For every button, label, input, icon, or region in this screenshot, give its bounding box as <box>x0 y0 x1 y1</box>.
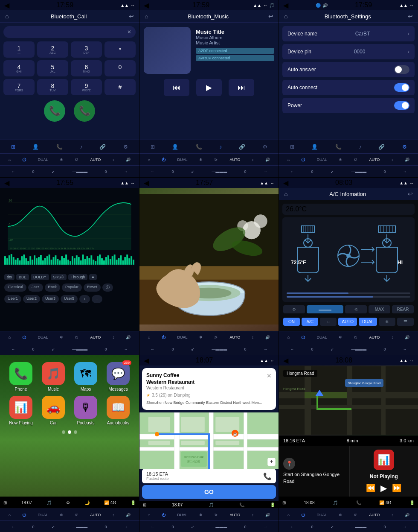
cl-mode-p4[interactable]: ↕ <box>113 335 115 339</box>
cl3-left[interactable]: ← <box>290 170 294 174</box>
preset-popular[interactable]: Popular <box>62 284 82 292</box>
cl2-right[interactable]: → <box>264 170 267 174</box>
back-icon-p3[interactable]: ↩ <box>408 13 413 20</box>
cl6-left[interactable]: ← <box>290 347 294 351</box>
cl-vol-p5[interactable]: 🔊 <box>265 335 270 339</box>
nav-contacts-p3[interactable]: 👤 <box>311 144 318 150</box>
app-music[interactable]: 🎵 Music <box>39 362 67 392</box>
ac-max-btn[interactable]: MAX <box>369 305 390 313</box>
ac-defrost-btn[interactable]: ❄ <box>379 318 395 326</box>
cl-snow-p8[interactable]: ❄ <box>199 513 203 517</box>
climate-fan[interactable]: ⛭ <box>75 158 78 162</box>
preset-add[interactable]: ＋ <box>79 295 90 303</box>
cl-fan-p9[interactable]: ⛭ <box>354 513 357 517</box>
cl6-down[interactable]: ↙ <box>331 347 334 351</box>
nav-contacts-icon[interactable]: 👤 <box>32 144 39 150</box>
cl-home-p5[interactable]: ⌂ <box>148 335 150 339</box>
eq-extra[interactable]: ● <box>89 274 96 280</box>
cl-dual-p2[interactable]: DUAL <box>177 158 188 162</box>
home-icon-p6[interactable]: ⌂ <box>284 190 287 197</box>
cl9-left[interactable]: ← <box>290 525 294 529</box>
cl3-right[interactable]: → <box>403 170 407 174</box>
clear-icon[interactable]: ✕ <box>127 29 131 35</box>
back-btn-p2[interactable]: ◀ <box>144 1 149 9</box>
nav-settings-icon-p2[interactable]: ⚙ <box>263 144 267 150</box>
cl-vol-p4[interactable]: 🔊 <box>126 335 131 339</box>
preset-user3[interactable]: User3 <box>42 295 59 303</box>
eq-bbe[interactable]: BBE <box>16 274 29 280</box>
preset-reset[interactable]: Reset <box>84 284 101 292</box>
cl7-right[interactable]: → <box>124 525 128 529</box>
cl-snow-p3[interactable]: ❄ <box>339 158 342 162</box>
app-messages[interactable]: 💬 259 Messages <box>104 362 132 392</box>
cl-fan-p8[interactable]: ⛭ <box>214 513 218 517</box>
app-now-playing[interactable]: 📊 Now Playing <box>7 396 35 425</box>
climate-vol[interactable]: 🔊 <box>126 158 131 162</box>
nav-settings-p3[interactable]: ⚙ <box>402 144 407 150</box>
dial-key-1[interactable]: 1— <box>3 41 35 58</box>
cl8-down[interactable]: ↙ <box>191 525 194 529</box>
cl-home-p2[interactable]: ⌂ <box>148 158 150 162</box>
cl-vol-p7[interactable]: 🔊 <box>126 513 131 517</box>
eq-srs[interactable]: SRS® <box>51 274 67 280</box>
climate-snow[interactable]: ❄ <box>60 158 63 162</box>
ac-fan-speed[interactable]: ▬▬▬ <box>307 305 343 313</box>
cl-mode-p5[interactable]: ↕ <box>252 335 254 339</box>
back-btn-p1[interactable]: ◀ <box>4 1 9 9</box>
cl-snow-p9[interactable]: ❄ <box>339 513 342 517</box>
cl-fan-p7[interactable]: ⛭ <box>75 513 78 517</box>
cl-dual-p4[interactable]: DUAL <box>38 335 48 339</box>
eq-dolby[interactable]: DOLBY <box>31 274 49 280</box>
preset-classical[interactable]: Classical <box>4 284 26 292</box>
cl-power-p2[interactable]: ⏻ <box>162 158 165 162</box>
cl5-right[interactable]: → <box>264 347 267 351</box>
preset-remove[interactable]: － <box>92 295 102 303</box>
ac-on-btn[interactable]: ON <box>283 318 300 326</box>
cl-home-p4[interactable]: ⌂ <box>9 335 11 339</box>
ac-btn-gear[interactable]: ⚙ <box>283 305 305 313</box>
cl-dual-p3[interactable]: DUAL <box>317 158 327 162</box>
carplay-grid-icon[interactable]: ⊞ <box>3 500 7 505</box>
cl5-down[interactable]: ↙ <box>191 347 194 351</box>
nav-contacts-icon-p2[interactable]: 👤 <box>172 144 178 150</box>
back-icon-p2[interactable]: ↩ <box>268 13 273 20</box>
cl-power-p7[interactable]: ⏻ <box>22 513 26 517</box>
nav-settings-icon[interactable]: ⚙ <box>123 144 128 150</box>
dot-2[interactable] <box>68 430 71 434</box>
cl-mode-p3[interactable]: ↕ <box>392 158 394 162</box>
preset-info[interactable]: ⓘ <box>102 284 113 292</box>
call-restaurant-button[interactable]: 📞 <box>263 472 272 480</box>
cl-home-p8[interactable]: ⌂ <box>148 513 150 517</box>
device-pin-row[interactable]: Device pin 0000 › <box>282 44 415 59</box>
play-button[interactable]: ▶ <box>380 483 387 493</box>
auto-answer-toggle[interactable] <box>394 65 409 74</box>
cl-left[interactable]: ← <box>11 170 15 174</box>
dial-key-2[interactable]: 2ABC <box>37 41 68 58</box>
nav-music-icon-p2[interactable]: ♪ <box>219 144 222 150</box>
eq-through[interactable]: Through <box>68 274 88 280</box>
cl-vol-p6[interactable]: 🔊 <box>405 335 409 339</box>
dial-key-3[interactable]: 3DEF <box>71 41 102 58</box>
power-toggle[interactable] <box>394 101 409 110</box>
nav-apps-icon-p2[interactable]: ⊞ <box>151 144 155 150</box>
climate-mode[interactable]: ↕ <box>113 158 115 162</box>
close-card-button[interactable]: ✕ <box>267 372 272 379</box>
cl-home-p6[interactable]: ⌂ <box>287 335 290 339</box>
nav-music-icon[interactable]: 🎵 <box>333 500 338 505</box>
cl-fan-p3[interactable]: ⛭ <box>354 158 357 162</box>
cl-fan-p2[interactable]: ⛭ <box>214 158 218 162</box>
cl3-down[interactable]: ↙ <box>331 170 334 174</box>
cl2-down[interactable]: ↙ <box>191 170 194 174</box>
dial-key-9[interactable]: 9WXYZ <box>71 79 102 95</box>
ac-rear2-btn[interactable]: ☰ <box>397 318 414 326</box>
nav-apps-p3[interactable]: ⊞ <box>290 144 294 150</box>
cl-mode-p2[interactable]: ↕ <box>252 158 254 162</box>
dial-key-6[interactable]: 6MNO <box>71 60 102 76</box>
cl8-right[interactable]: → <box>264 525 267 529</box>
cl-snow-p4[interactable]: ❄ <box>60 335 63 339</box>
dial-key-star[interactable]: * <box>104 41 136 58</box>
back-btn-p9[interactable]: ◀ <box>283 357 288 365</box>
nav-call-p3[interactable]: 📞 <box>335 144 342 150</box>
nav-apps-icon[interactable]: ⊞ <box>11 144 15 150</box>
cl4-left[interactable]: ← <box>11 347 15 351</box>
